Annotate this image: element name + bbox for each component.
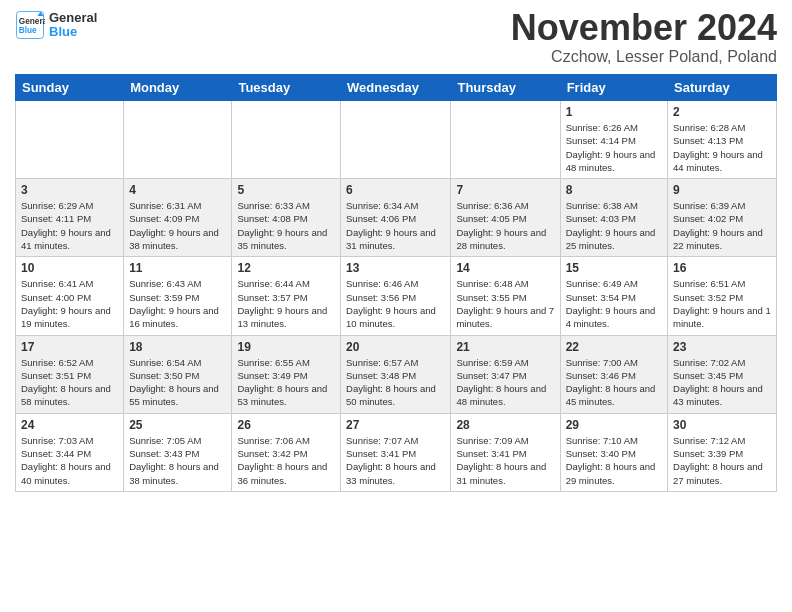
calendar-week-2: 10Sunrise: 6:41 AMSunset: 4:00 PMDayligh…: [16, 257, 777, 335]
logo: General Blue General Blue: [15, 10, 97, 40]
calendar-cell: 14Sunrise: 6:48 AMSunset: 3:55 PMDayligh…: [451, 257, 560, 335]
day-number: 22: [566, 340, 662, 354]
day-number: 19: [237, 340, 335, 354]
day-info: Sunrise: 7:05 AMSunset: 3:43 PMDaylight:…: [129, 434, 226, 487]
day-info: Sunrise: 6:52 AMSunset: 3:51 PMDaylight:…: [21, 356, 118, 409]
calendar-cell: [451, 101, 560, 179]
calendar-cell: 1Sunrise: 6:26 AMSunset: 4:14 PMDaylight…: [560, 101, 667, 179]
calendar-cell: 2Sunrise: 6:28 AMSunset: 4:13 PMDaylight…: [668, 101, 777, 179]
day-number: 15: [566, 261, 662, 275]
header: General Blue General Blue November 2024 …: [15, 10, 777, 66]
location: Czchow, Lesser Poland, Poland: [511, 48, 777, 66]
day-info: Sunrise: 6:28 AMSunset: 4:13 PMDaylight:…: [673, 121, 771, 174]
calendar: Sunday Monday Tuesday Wednesday Thursday…: [15, 74, 777, 492]
calendar-cell: 25Sunrise: 7:05 AMSunset: 3:43 PMDayligh…: [124, 413, 232, 491]
svg-text:Blue: Blue: [19, 26, 37, 35]
day-info: Sunrise: 6:43 AMSunset: 3:59 PMDaylight:…: [129, 277, 226, 330]
col-saturday: Saturday: [668, 75, 777, 101]
day-info: Sunrise: 6:36 AMSunset: 4:05 PMDaylight:…: [456, 199, 554, 252]
day-number: 11: [129, 261, 226, 275]
calendar-cell: 3Sunrise: 6:29 AMSunset: 4:11 PMDaylight…: [16, 179, 124, 257]
calendar-week-4: 24Sunrise: 7:03 AMSunset: 3:44 PMDayligh…: [16, 413, 777, 491]
day-info: Sunrise: 6:55 AMSunset: 3:49 PMDaylight:…: [237, 356, 335, 409]
calendar-cell: 15Sunrise: 6:49 AMSunset: 3:54 PMDayligh…: [560, 257, 667, 335]
calendar-cell: 6Sunrise: 6:34 AMSunset: 4:06 PMDaylight…: [341, 179, 451, 257]
day-number: 5: [237, 183, 335, 197]
day-info: Sunrise: 6:38 AMSunset: 4:03 PMDaylight:…: [566, 199, 662, 252]
day-number: 2: [673, 105, 771, 119]
day-number: 1: [566, 105, 662, 119]
calendar-cell: 16Sunrise: 6:51 AMSunset: 3:52 PMDayligh…: [668, 257, 777, 335]
calendar-cell: 17Sunrise: 6:52 AMSunset: 3:51 PMDayligh…: [16, 335, 124, 413]
day-number: 12: [237, 261, 335, 275]
calendar-header-row: Sunday Monday Tuesday Wednesday Thursday…: [16, 75, 777, 101]
day-number: 6: [346, 183, 445, 197]
day-info: Sunrise: 6:41 AMSunset: 4:00 PMDaylight:…: [21, 277, 118, 330]
day-number: 17: [21, 340, 118, 354]
day-number: 13: [346, 261, 445, 275]
day-number: 24: [21, 418, 118, 432]
calendar-cell: 30Sunrise: 7:12 AMSunset: 3:39 PMDayligh…: [668, 413, 777, 491]
day-number: 10: [21, 261, 118, 275]
day-number: 21: [456, 340, 554, 354]
calendar-cell: [232, 101, 341, 179]
calendar-cell: 21Sunrise: 6:59 AMSunset: 3:47 PMDayligh…: [451, 335, 560, 413]
calendar-cell: [124, 101, 232, 179]
day-info: Sunrise: 6:49 AMSunset: 3:54 PMDaylight:…: [566, 277, 662, 330]
day-number: 9: [673, 183, 771, 197]
calendar-week-1: 3Sunrise: 6:29 AMSunset: 4:11 PMDaylight…: [16, 179, 777, 257]
day-number: 8: [566, 183, 662, 197]
day-number: 28: [456, 418, 554, 432]
day-info: Sunrise: 7:10 AMSunset: 3:40 PMDaylight:…: [566, 434, 662, 487]
day-info: Sunrise: 6:48 AMSunset: 3:55 PMDaylight:…: [456, 277, 554, 330]
day-info: Sunrise: 6:26 AMSunset: 4:14 PMDaylight:…: [566, 121, 662, 174]
day-number: 23: [673, 340, 771, 354]
calendar-cell: 4Sunrise: 6:31 AMSunset: 4:09 PMDaylight…: [124, 179, 232, 257]
calendar-cell: 26Sunrise: 7:06 AMSunset: 3:42 PMDayligh…: [232, 413, 341, 491]
col-wednesday: Wednesday: [341, 75, 451, 101]
day-info: Sunrise: 6:34 AMSunset: 4:06 PMDaylight:…: [346, 199, 445, 252]
calendar-cell: 12Sunrise: 6:44 AMSunset: 3:57 PMDayligh…: [232, 257, 341, 335]
day-number: 25: [129, 418, 226, 432]
day-info: Sunrise: 7:02 AMSunset: 3:45 PMDaylight:…: [673, 356, 771, 409]
logo-blue: Blue: [49, 24, 77, 39]
title-block: November 2024 Czchow, Lesser Poland, Pol…: [511, 10, 777, 66]
calendar-cell: 8Sunrise: 6:38 AMSunset: 4:03 PMDaylight…: [560, 179, 667, 257]
calendar-cell: 19Sunrise: 6:55 AMSunset: 3:49 PMDayligh…: [232, 335, 341, 413]
day-number: 7: [456, 183, 554, 197]
page: General Blue General Blue November 2024 …: [0, 0, 792, 612]
day-info: Sunrise: 6:39 AMSunset: 4:02 PMDaylight:…: [673, 199, 771, 252]
svg-text:General: General: [19, 17, 45, 26]
day-number: 3: [21, 183, 118, 197]
day-info: Sunrise: 7:12 AMSunset: 3:39 PMDaylight:…: [673, 434, 771, 487]
col-thursday: Thursday: [451, 75, 560, 101]
calendar-cell: [341, 101, 451, 179]
calendar-cell: 10Sunrise: 6:41 AMSunset: 4:00 PMDayligh…: [16, 257, 124, 335]
day-number: 4: [129, 183, 226, 197]
calendar-body: 1Sunrise: 6:26 AMSunset: 4:14 PMDaylight…: [16, 101, 777, 492]
day-number: 14: [456, 261, 554, 275]
calendar-cell: 29Sunrise: 7:10 AMSunset: 3:40 PMDayligh…: [560, 413, 667, 491]
calendar-cell: 24Sunrise: 7:03 AMSunset: 3:44 PMDayligh…: [16, 413, 124, 491]
calendar-cell: 28Sunrise: 7:09 AMSunset: 3:41 PMDayligh…: [451, 413, 560, 491]
calendar-cell: 7Sunrise: 6:36 AMSunset: 4:05 PMDaylight…: [451, 179, 560, 257]
day-info: Sunrise: 6:54 AMSunset: 3:50 PMDaylight:…: [129, 356, 226, 409]
col-sunday: Sunday: [16, 75, 124, 101]
day-info: Sunrise: 7:03 AMSunset: 3:44 PMDaylight:…: [21, 434, 118, 487]
calendar-cell: 13Sunrise: 6:46 AMSunset: 3:56 PMDayligh…: [341, 257, 451, 335]
col-friday: Friday: [560, 75, 667, 101]
day-info: Sunrise: 7:09 AMSunset: 3:41 PMDaylight:…: [456, 434, 554, 487]
calendar-week-3: 17Sunrise: 6:52 AMSunset: 3:51 PMDayligh…: [16, 335, 777, 413]
day-number: 26: [237, 418, 335, 432]
logo-general: General: [49, 10, 97, 25]
day-info: Sunrise: 6:33 AMSunset: 4:08 PMDaylight:…: [237, 199, 335, 252]
day-number: 27: [346, 418, 445, 432]
day-number: 18: [129, 340, 226, 354]
col-tuesday: Tuesday: [232, 75, 341, 101]
logo-icon: General Blue: [15, 10, 45, 40]
calendar-cell: 27Sunrise: 7:07 AMSunset: 3:41 PMDayligh…: [341, 413, 451, 491]
day-info: Sunrise: 6:44 AMSunset: 3:57 PMDaylight:…: [237, 277, 335, 330]
day-number: 29: [566, 418, 662, 432]
calendar-cell: 22Sunrise: 7:00 AMSunset: 3:46 PMDayligh…: [560, 335, 667, 413]
calendar-week-0: 1Sunrise: 6:26 AMSunset: 4:14 PMDaylight…: [16, 101, 777, 179]
